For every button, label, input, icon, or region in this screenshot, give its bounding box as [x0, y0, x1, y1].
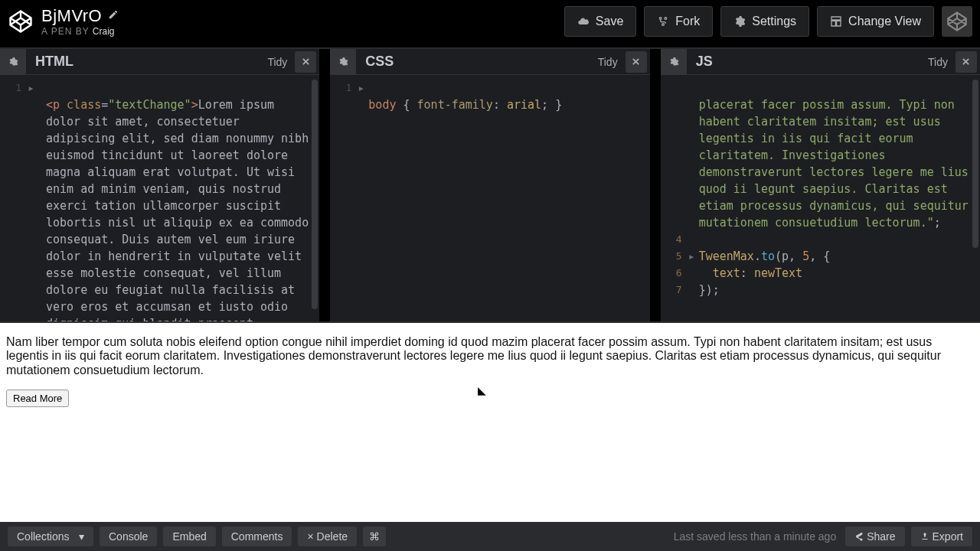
user-avatar[interactable] [942, 6, 972, 37]
fold-marker-icon[interactable]: ▸ [688, 248, 695, 265]
html-editor[interactable]: 1 ▸ <p class="textChange">Lorem ipsum do… [0, 75, 319, 321]
change-view-button[interactable]: Change View [817, 6, 934, 37]
share-icon [854, 532, 864, 541]
pane-js-close[interactable] [956, 51, 977, 73]
html-scrollbar[interactable] [312, 80, 318, 309]
fork-icon [657, 15, 669, 28]
bottom-bar: Collections ▾ Console Embed Comments × D… [0, 522, 980, 551]
pane-css: CSS Tidy 1 ▸ body { font-family: arial; … [330, 49, 660, 321]
codepen-logo-icon [9, 10, 32, 33]
pen-subtitle: A PEN BY Craig [41, 26, 119, 37]
pane-js: JS Tidy 4 5 6 7 ▸ placerat facer possim … [661, 49, 980, 321]
close-icon [302, 57, 310, 66]
pane-css-title: CSS [356, 54, 394, 70]
top-bar: BjMVrO A PEN BY Craig Save Fork Settings… [0, 0, 980, 47]
gear-icon [733, 15, 746, 28]
pane-js-tidy[interactable]: Tidy [920, 56, 956, 68]
author-link[interactable]: Craig [93, 26, 115, 37]
pane-css-tidy[interactable]: Tidy [590, 56, 626, 68]
codepen-logo[interactable] [8, 8, 34, 34]
pane-html-title: HTML [26, 54, 74, 70]
collections-button[interactable]: Collections ▾ [8, 527, 93, 546]
fork-button[interactable]: Fork [644, 6, 713, 37]
save-button[interactable]: Save [564, 6, 636, 37]
console-button[interactable]: Console [100, 527, 157, 546]
embed-button[interactable]: Embed [163, 527, 215, 546]
pane-js-title: JS [687, 54, 713, 70]
pane-html-settings[interactable] [0, 49, 26, 75]
top-actions: Save Fork Settings Change View [564, 6, 972, 37]
preview-frame: Nam liber tempor cum soluta nobis eleife… [0, 323, 980, 522]
css-editor[interactable]: 1 ▸ body { font-family: arial; } [330, 75, 649, 321]
css-gutter: 1 [330, 80, 356, 96]
close-icon [632, 57, 640, 66]
js-gutter: 4 5 6 7 [661, 80, 687, 298]
fold-marker-icon[interactable]: ▸ [358, 80, 364, 96]
chevron-down-icon: ▾ [79, 530, 84, 543]
share-button[interactable]: Share [845, 527, 904, 546]
js-scrollbar[interactable] [972, 80, 978, 248]
close-icon [962, 57, 970, 66]
settings-button[interactable]: Settings [720, 6, 809, 37]
comments-button[interactable]: Comments [222, 527, 292, 546]
preview-paragraph: Nam liber tempor cum soluta nobis eleife… [6, 335, 974, 377]
pen-title[interactable]: BjMVrO [41, 6, 102, 26]
editor-row: HTML Tidy 1 ▸ <p class="textChange">Lore… [0, 47, 980, 323]
gear-icon [8, 57, 18, 67]
cloud-icon [577, 15, 590, 28]
pane-html-tidy[interactable]: Tidy [260, 56, 295, 68]
pane-css-close[interactable] [626, 51, 647, 73]
layout-icon [830, 15, 842, 28]
logo-title-group: BjMVrO A PEN BY Craig [8, 6, 119, 37]
js-editor[interactable]: 4 5 6 7 ▸ placerat facer possim assum. T… [661, 75, 980, 321]
export-icon [920, 532, 929, 541]
save-status: Last saved less than a minute ago [674, 530, 836, 543]
edit-title-icon[interactable] [108, 9, 119, 23]
gear-icon [668, 57, 679, 67]
codepen-avatar-icon [947, 11, 967, 31]
html-gutter: 1 [0, 80, 26, 96]
delete-button[interactable]: × Delete [298, 527, 357, 546]
read-more-button[interactable]: Read More [6, 390, 69, 407]
pane-html: HTML Tidy 1 ▸ <p class="textChange">Lore… [0, 49, 330, 321]
fold-marker-icon[interactable]: ▸ [28, 80, 34, 96]
pane-js-settings[interactable] [661, 49, 687, 75]
export-button[interactable]: Export [911, 527, 972, 546]
mouse-cursor-icon: ◣ [478, 384, 486, 396]
shortcuts-button[interactable]: ⌘ [363, 527, 386, 546]
pane-css-settings[interactable] [330, 49, 356, 75]
pane-html-close[interactable] [295, 51, 316, 73]
gear-icon [338, 57, 348, 67]
